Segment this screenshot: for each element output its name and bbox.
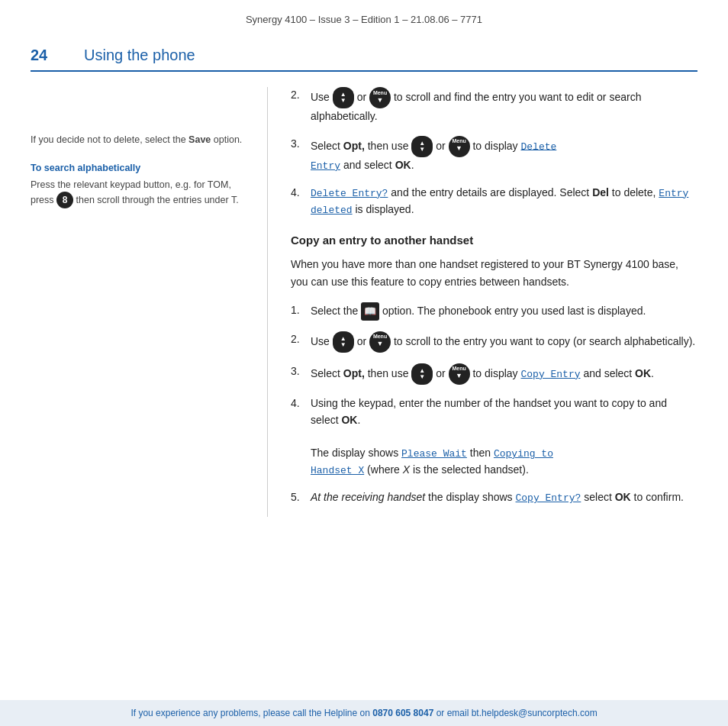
footer-email-link[interactable]: bt.helpdesk@suncorptech.com <box>472 708 598 718</box>
copy-step-2-content: Use ▲ ▼ or Menu ▼ to scroll to the entry… <box>311 331 697 353</box>
copy-step-4-content: Using the keypad, enter the number of th… <box>311 395 697 479</box>
please-wait-display: Please Wait <box>401 448 467 460</box>
step-2-num: 2. <box>291 87 311 125</box>
section-header: 24 Using the phone <box>31 33 697 72</box>
footer-text-2: or <box>433 708 446 718</box>
copy-entry-q-display: Copy Entry? <box>516 492 581 504</box>
header-text: Synergy 4100 – Issue 3 – Edition 1 – 21.… <box>246 14 482 25</box>
copy-step-5-content: At the receiving handset the display sho… <box>311 489 697 506</box>
copy-section: Copy an entry to another handset When yo… <box>291 234 697 506</box>
copy-step-2: 2. Use ▲ ▼ or Menu ▼ <box>291 331 697 353</box>
menu-btn-icon-1: Menu ▼ <box>369 87 391 108</box>
copy-step-3: 3. Select Opt, then use ▲ ▼ or Menu ▼ <box>291 363 697 385</box>
step-4-num: 4. <box>291 185 311 218</box>
copy-steps: 1. Select the 📖 option. The phonebook en… <box>291 302 697 506</box>
up-btn-icon-3: ▲ ▼ <box>333 331 354 353</box>
search-note-text: Press the relevant keypad button, e.g. f… <box>31 179 239 205</box>
phonebook-icon: 📖 <box>361 302 379 321</box>
search-note: To search alphabetically Press the relev… <box>31 161 244 209</box>
section-number: 24 <box>31 47 61 64</box>
menu-btn-icon-2: Menu ▼ <box>449 136 470 157</box>
copy-step-2-num: 2. <box>291 331 311 353</box>
footer-bar: If you experience any problems, please c… <box>0 700 728 726</box>
right-column: 2. Use ▲ ▼ or Menu ▼ to scroll and find … <box>267 87 697 517</box>
copy-step-4: 4. Using the keypad, enter the number of… <box>291 395 697 479</box>
copy-step-4-num: 4. <box>291 395 311 479</box>
delete-entry-q-display: Delete Entry? <box>311 188 388 199</box>
up-btn-icon-2: ▲ ▼ <box>411 136 433 157</box>
copy-step-1: 1. Select the 📖 option. The phonebook en… <box>291 302 697 321</box>
delete-note: If you decide not to delete, select the … <box>31 133 244 147</box>
step-3-num: 3. <box>291 136 311 174</box>
copy-intro: When you have more than one handset regi… <box>291 256 697 290</box>
step-3-content: Select Opt, then use ▲ ▼ or Menu ▼ to di… <box>311 136 697 174</box>
up-btn-icon: ▲ ▼ <box>333 87 354 108</box>
delete-steps: 2. Use ▲ ▼ or Menu ▼ to scroll and find … <box>291 87 697 218</box>
copy-entry-display: Copy Entry <box>520 369 580 380</box>
page-header: Synergy 4100 – Issue 3 – Edition 1 – 21.… <box>0 0 728 33</box>
step-4-content: Delete Entry? and the entry details are … <box>311 185 697 218</box>
copy-step-3-num: 3. <box>291 363 311 385</box>
copy-step-5-num: 5. <box>291 489 311 506</box>
copy-step-1-num: 1. <box>291 302 311 321</box>
copy-step-1-content: Select the 📖 option. The phonebook entry… <box>311 302 697 321</box>
step-2: 2. Use ▲ ▼ or Menu ▼ to scroll and find … <box>291 87 697 125</box>
footer-text-1: If you experience any problems, please c… <box>130 708 372 718</box>
menu-btn-icon-3: Menu ▼ <box>369 331 391 353</box>
step-2-content: Use ▲ ▼ or Menu ▼ to scroll and find the… <box>311 87 697 125</box>
copy-heading: Copy an entry to another handset <box>291 234 697 247</box>
section-title: Using the phone <box>84 47 195 64</box>
copy-step-3-content: Select Opt, then use ▲ ▼ or Menu ▼ to di… <box>311 363 697 385</box>
step-4: 4. Delete Entry? and the entry details a… <box>291 185 697 218</box>
menu-btn-icon-4: Menu ▼ <box>449 363 470 385</box>
copy-step-5: 5. At the receiving handset the display … <box>291 489 697 506</box>
footer-email-label: email <box>447 708 472 718</box>
keypad-8-icon: 8 <box>56 192 73 208</box>
step-3: 3. Select Opt, then use ▲ ▼ or Menu ▼ to… <box>291 136 697 174</box>
footer-phone[interactable]: 0870 605 8047 <box>372 708 433 718</box>
delete-note-text: If you decide not to delete, select the … <box>31 134 242 145</box>
left-column: If you decide not to delete, select the … <box>31 87 267 517</box>
search-subheading: To search alphabetically <box>31 161 244 176</box>
up-btn-icon-4: ▲ ▼ <box>411 363 433 385</box>
